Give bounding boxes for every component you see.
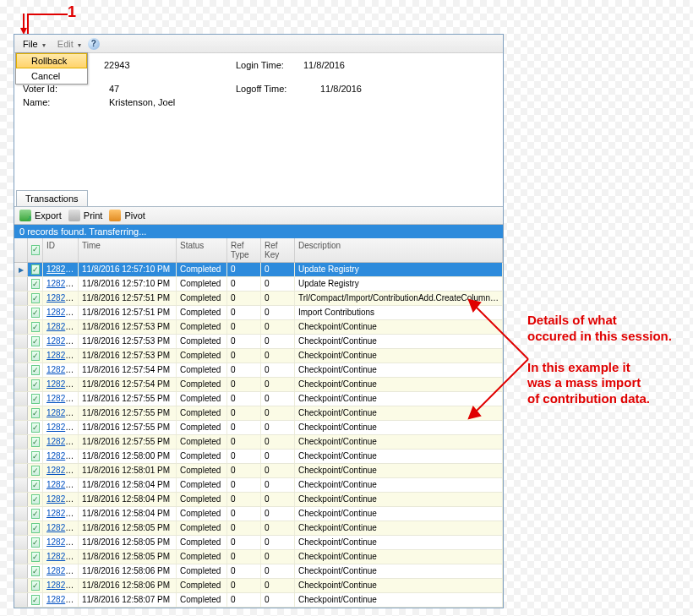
row-checkbox[interactable]: ✓ (28, 378, 43, 391)
menu-edit[interactable]: Edit ▾ (52, 38, 86, 50)
row-checkbox[interactable]: ✓ (28, 363, 43, 377)
row-checkbox[interactable]: ✓ (28, 521, 43, 535)
row-handle[interactable] (14, 320, 28, 334)
table-row[interactable]: ✓12824111/8/2016 12:58:06 PMCompleted00C… (14, 564, 503, 579)
row-handle[interactable] (14, 421, 28, 434)
row-handle[interactable] (14, 277, 28, 291)
cell-id[interactable]: 128223 (43, 306, 79, 319)
cell-id[interactable]: 128228 (43, 378, 79, 391)
cell-id[interactable]: 128241 (43, 564, 79, 578)
cell-id[interactable]: 128233 (43, 450, 79, 463)
row-checkbox[interactable]: ✓ (28, 335, 43, 348)
grid-header-check[interactable]: ✓ (28, 238, 43, 262)
cell-id[interactable]: 128242 (43, 579, 79, 592)
print-button[interactable]: Print (68, 210, 103, 221)
row-checkbox[interactable]: ✓ (28, 263, 43, 276)
cell-id[interactable]: 128237 (43, 507, 79, 521)
export-button[interactable]: Export (19, 210, 62, 221)
cell-id[interactable]: 128240 (43, 550, 79, 564)
row-checkbox[interactable]: ✓ (28, 464, 43, 477)
row-handle[interactable] (14, 406, 28, 420)
col-refkey[interactable]: Ref Key (261, 238, 295, 262)
row-checkbox[interactable]: ✓ (28, 349, 43, 363)
row-checkbox[interactable]: ✓ (28, 478, 43, 492)
row-handle[interactable] (14, 564, 28, 578)
table-row[interactable]: ✓12823211/8/2016 12:57:55 PMCompleted00C… (14, 435, 503, 450)
table-row[interactable]: ✓12822911/8/2016 12:57:55 PMCompleted00C… (14, 392, 503, 406)
cell-id[interactable]: 128222 (43, 292, 79, 305)
table-row[interactable]: ✓12822211/8/2016 12:57:51 PMCompleted00T… (14, 292, 503, 306)
row-handle[interactable] (14, 363, 28, 377)
menu-cancel[interactable]: Cancel (16, 68, 87, 84)
row-checkbox[interactable]: ✓ (28, 320, 43, 334)
row-handle[interactable] (14, 392, 28, 406)
cell-id[interactable]: 128235 (43, 478, 79, 492)
table-row[interactable]: ✓12824211/8/2016 12:58:06 PMCompleted00C… (14, 579, 503, 593)
cell-id[interactable]: 128231 (43, 421, 79, 434)
table-row[interactable]: ✓12822411/8/2016 12:57:53 PMCompleted00C… (14, 320, 503, 335)
grid-body[interactable]: ✓12822011/8/2016 12:57:10 PMCompleted00U… (14, 263, 503, 608)
row-handle[interactable] (14, 493, 28, 506)
table-row[interactable]: ✓12822811/8/2016 12:57:54 PMCompleted00C… (14, 378, 503, 392)
table-row[interactable]: ✓12822511/8/2016 12:57:53 PMCompleted00C… (14, 335, 503, 349)
row-handle[interactable] (14, 550, 28, 564)
row-checkbox[interactable]: ✓ (28, 579, 43, 592)
cell-id[interactable]: 128236 (43, 493, 79, 506)
table-row[interactable]: ✓12823911/8/2016 12:58:05 PMCompleted00C… (14, 536, 503, 550)
table-row[interactable]: ✓12823511/8/2016 12:58:04 PMCompleted00C… (14, 478, 503, 493)
pivot-button[interactable]: Pivot (109, 210, 145, 221)
row-handle[interactable] (14, 378, 28, 391)
row-checkbox[interactable]: ✓ (28, 536, 43, 549)
row-handle[interactable] (14, 450, 28, 463)
row-handle[interactable] (14, 349, 28, 363)
row-handle[interactable] (14, 593, 28, 607)
col-reftype[interactable]: Ref Type (227, 238, 261, 262)
row-checkbox[interactable]: ✓ (28, 306, 43, 319)
tab-transactions[interactable]: Transactions (16, 190, 88, 206)
table-row[interactable]: ✓12823311/8/2016 12:58:00 PMCompleted00C… (14, 450, 503, 464)
row-checkbox[interactable]: ✓ (28, 277, 43, 291)
row-handle[interactable] (14, 521, 28, 535)
table-row[interactable]: ✓12822611/8/2016 12:57:53 PMCompleted00C… (14, 349, 503, 363)
row-checkbox[interactable]: ✓ (28, 421, 43, 434)
row-checkbox[interactable]: ✓ (28, 593, 43, 607)
col-id[interactable]: ID (43, 238, 79, 262)
cell-id[interactable]: 128229 (43, 392, 79, 406)
row-handle[interactable] (14, 579, 28, 592)
cell-id[interactable]: 128224 (43, 320, 79, 334)
table-row[interactable]: ✓12824311/8/2016 12:58:07 PMCompleted00C… (14, 593, 503, 608)
table-row[interactable]: ✓12823811/8/2016 12:58:05 PMCompleted00C… (14, 521, 503, 536)
row-handle[interactable] (14, 335, 28, 348)
row-handle[interactable] (14, 507, 28, 521)
row-checkbox[interactable]: ✓ (28, 292, 43, 305)
row-handle[interactable] (14, 292, 28, 305)
row-checkbox[interactable]: ✓ (28, 550, 43, 564)
row-checkbox[interactable]: ✓ (28, 406, 43, 420)
row-handle[interactable] (14, 306, 28, 319)
cell-id[interactable]: 128226 (43, 349, 79, 363)
table-row[interactable]: ✓12824011/8/2016 12:58:05 PMCompleted00C… (14, 550, 503, 564)
row-checkbox[interactable]: ✓ (28, 507, 43, 521)
cell-id[interactable]: 128225 (43, 335, 79, 348)
row-handle[interactable] (14, 478, 28, 492)
col-status[interactable]: Status (177, 238, 227, 262)
row-handle[interactable] (14, 464, 28, 477)
menu-rollback[interactable]: Rollback (16, 53, 87, 68)
table-row[interactable]: ✓12822111/8/2016 12:57:10 PMCompleted00U… (14, 277, 503, 292)
col-time[interactable]: Time (79, 238, 177, 262)
cell-id[interactable]: 128230 (43, 406, 79, 420)
row-checkbox[interactable]: ✓ (28, 435, 43, 449)
table-row[interactable]: ✓12822311/8/2016 12:57:51 PMCompleted00I… (14, 306, 503, 320)
table-row[interactable]: ✓12823611/8/2016 12:58:04 PMCompleted00C… (14, 493, 503, 507)
cell-id[interactable]: 128234 (43, 464, 79, 477)
col-desc[interactable]: Description (295, 238, 503, 262)
table-row[interactable]: ✓12823711/8/2016 12:58:04 PMCompleted00C… (14, 507, 503, 521)
row-checkbox[interactable]: ✓ (28, 493, 43, 506)
row-handle[interactable] (14, 536, 28, 549)
row-checkbox[interactable]: ✓ (28, 392, 43, 406)
table-row[interactable]: ✓12823411/8/2016 12:58:01 PMCompleted00C… (14, 464, 503, 478)
cell-id[interactable]: 128220 (43, 263, 79, 276)
table-row[interactable]: ✓12822711/8/2016 12:57:54 PMCompleted00C… (14, 363, 503, 378)
cell-id[interactable]: 128238 (43, 521, 79, 535)
table-row[interactable]: ✓12823011/8/2016 12:57:55 PMCompleted00C… (14, 406, 503, 421)
